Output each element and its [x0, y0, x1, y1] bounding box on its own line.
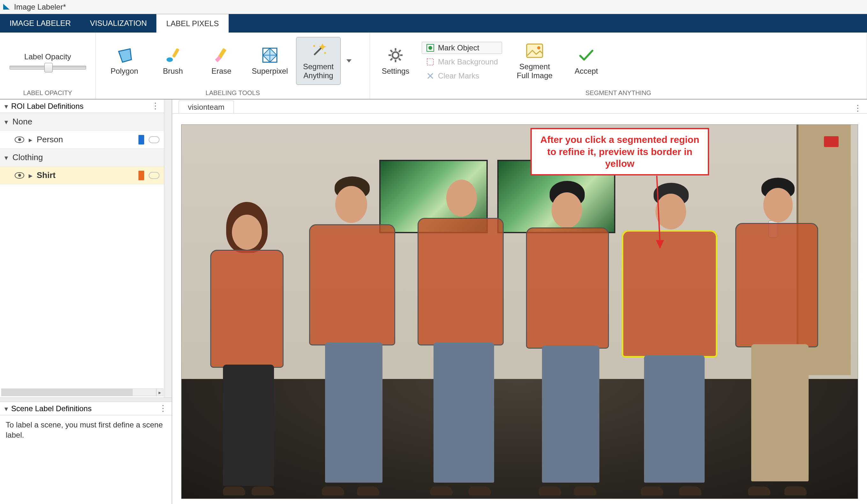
visibility-eye-icon[interactable] [15, 172, 24, 179]
mark-background-button[interactable]: Mark Background [422, 56, 502, 68]
svg-line-30 [657, 176, 660, 243]
ribbon-toolstrip: Label Opacity LABEL OPACITY Polygon Brus… [0, 33, 867, 99]
document-tab-visionteam[interactable]: visionteam [179, 100, 234, 113]
person-2 [300, 176, 402, 495]
matlab-app-icon [3, 3, 11, 11]
superpixel-tool-button[interactable]: Superpixel [247, 37, 292, 85]
scene-header-label: Scene Label Definitions [11, 404, 92, 413]
clear-marks-button[interactable]: Clear Marks [422, 70, 502, 82]
svg-line-19 [390, 50, 392, 52]
scene-panel-menu-icon[interactable]: ⋮ [159, 404, 167, 414]
label-opacity-label: Label Opacity [5, 52, 91, 61]
mark-controls: Mark Object Mark Background Clear Marks [422, 40, 502, 82]
erase-tool-button[interactable]: Erase [199, 37, 244, 85]
mark-object-label: Mark Object [438, 43, 479, 52]
svg-point-14 [392, 52, 399, 58]
polygon-icon [116, 46, 133, 64]
mark-background-icon [426, 57, 435, 66]
person-1 [201, 195, 290, 495]
mark-object-icon [426, 43, 435, 52]
polygon-tool-button[interactable]: Polygon [102, 37, 147, 85]
mark-object-button[interactable]: Mark Object [422, 42, 502, 54]
roi-group-clothing[interactable]: Clothing [0, 149, 164, 167]
svg-marker-8 [263, 48, 277, 62]
annotation-callout-text: After you click a segmented region to re… [540, 134, 699, 169]
label-opacity-slider-thumb[interactable] [44, 63, 53, 72]
horizontal-splitter[interactable] [0, 397, 172, 402]
chevron-down-icon [4, 152, 8, 162]
svg-marker-0 [119, 49, 131, 62]
annotation-callout: After you click a segmented region to re… [531, 128, 709, 175]
svg-rect-1 [172, 48, 180, 58]
chevron-right-icon [29, 135, 32, 144]
content-area: ROI Label Definitions ⋮ None Person [0, 99, 867, 504]
section-title-labeling-tools: LABELING TOOLS [96, 89, 370, 99]
settings-button[interactable]: Settings [376, 37, 415, 85]
main-area: visionteam ⋮ [172, 99, 867, 504]
segment-full-image-button[interactable]: Segment Full Image [509, 37, 560, 85]
roi-panel-header[interactable]: ROI Label Definitions ⋮ [0, 99, 164, 113]
settings-label: Settings [382, 67, 409, 76]
svg-line-20 [399, 58, 401, 60]
roi-item-person-label: Person [37, 135, 134, 144]
roi-group-none[interactable]: None [0, 113, 164, 131]
roi-item-person[interactable]: Person [0, 131, 164, 149]
left-column: ROI Label Definitions ⋮ None Person [0, 99, 172, 504]
roi-header-label: ROI Label Definitions [11, 102, 84, 111]
superpixel-icon [261, 46, 279, 64]
document-tabs-menu-icon[interactable]: ⋮ [854, 103, 862, 113]
brush-label: Brush [163, 67, 183, 76]
svg-line-22 [390, 58, 392, 60]
titlebar: Image Labeler* [0, 0, 867, 14]
segment-anything-tool-button[interactable]: Segment Anything [296, 37, 341, 85]
scene-panel-header[interactable]: Scene Label Definitions ⋮ [0, 402, 172, 415]
svg-point-24 [428, 46, 432, 50]
roi-item-shirt-label: Shirt [37, 170, 134, 180]
labeling-tools-dropdown[interactable] [344, 37, 353, 85]
document-tab-label: visionteam [188, 103, 225, 112]
svg-marker-13 [346, 59, 352, 63]
accept-label: Accept [575, 67, 598, 76]
roi-horizontal-scrollbar[interactable] [1, 388, 156, 396]
gear-icon [387, 46, 405, 64]
fire-alarm [824, 136, 838, 147]
scene-help-text: To label a scene, you must first define … [0, 415, 172, 445]
roi-tree-scroll-area: ▸ [0, 184, 164, 397]
visibility-eye-icon[interactable] [15, 137, 24, 143]
roi-group-clothing-label: Clothing [12, 152, 43, 162]
tab-image-labeler[interactable]: IMAGE LABELER [0, 14, 81, 33]
ribbon-tabstrip: IMAGE LABELER VISUALIZATION LABEL PIXELS [0, 14, 867, 33]
section-title-segment-anything: SEGMENT ANYTHING [370, 89, 867, 99]
segment-anything-label: Segment Anything [303, 62, 334, 80]
roi-shirt-color-swatch[interactable] [138, 171, 144, 180]
clear-marks-icon [426, 72, 435, 81]
person-6 [727, 176, 823, 495]
roi-person-color-swatch[interactable] [138, 135, 144, 144]
image-canvas[interactable]: After you click a segmented region to re… [181, 125, 858, 499]
tab-visualization[interactable]: VISUALIZATION [81, 14, 156, 33]
magic-wand-icon [309, 42, 327, 60]
brush-icon [164, 46, 182, 64]
brush-tool-button[interactable]: Brush [151, 37, 195, 85]
roi-item-shirt[interactable]: Shirt [0, 167, 164, 184]
mark-background-label: Mark Background [438, 57, 498, 66]
tab-label-pixels[interactable]: LABEL PIXELS [156, 14, 229, 33]
accept-button[interactable]: Accept [567, 37, 606, 85]
svg-point-11 [313, 45, 315, 47]
superpixel-label: Superpixel [252, 67, 288, 76]
roi-panel-menu-icon[interactable]: ⋮ [151, 101, 160, 111]
chevron-right-icon [29, 170, 32, 180]
person-4 [516, 180, 615, 495]
svg-rect-25 [427, 59, 434, 65]
roi-vertical-scrollbar[interactable] [164, 99, 172, 397]
segment-full-image-label: Segment Full Image [517, 62, 553, 80]
label-opacity-slider[interactable] [10, 66, 86, 69]
section-title-label-opacity: LABEL OPACITY [0, 89, 95, 99]
roi-shape-icon [149, 136, 160, 143]
chevron-down-icon [4, 102, 8, 111]
roi-hscroll-right-button[interactable]: ▸ [156, 388, 163, 396]
chevron-down-icon [4, 404, 8, 413]
canvas-wrap: After you click a segmented region to re… [172, 114, 867, 504]
erase-icon [212, 46, 230, 64]
polygon-label: Polygon [111, 67, 138, 76]
